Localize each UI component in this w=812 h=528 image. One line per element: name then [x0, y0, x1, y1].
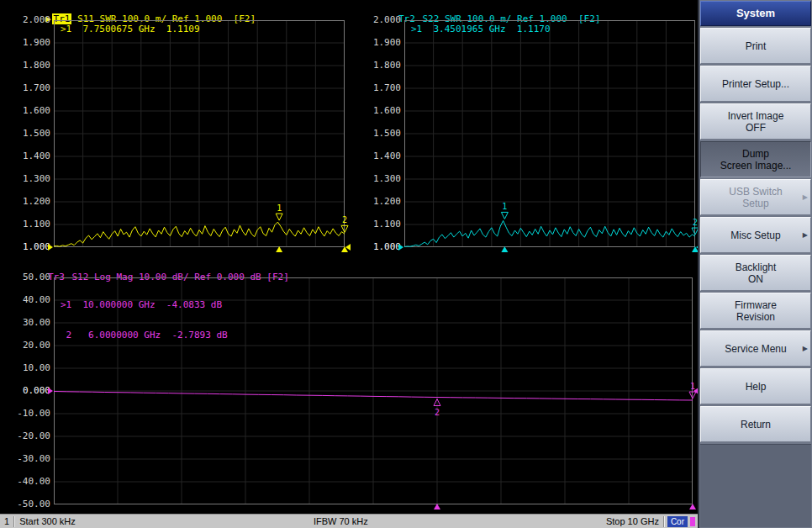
- y-axis-label: 1.000: [23, 241, 50, 253]
- vna-application: ▶Tr1 S11 SWR 100.0 m/ Ref 1.000 [F2] 2.0…: [0, 0, 812, 528]
- instrument-screen: ▶Tr1 S11 SWR 100.0 m/ Ref 1.000 [F2] 2.0…: [0, 0, 698, 528]
- trace2-plot-svg: 12: [404, 20, 695, 247]
- y-axis-label: 40.00: [23, 294, 50, 306]
- menu-panel: SystemPrintPrinter Setup...Invert ImageO…: [698, 0, 812, 528]
- menu-button-label: System: [736, 8, 775, 19]
- menu-backlight-on[interactable]: BacklightON: [700, 255, 811, 291]
- menu-invert-image-off[interactable]: Invert ImageOFF: [700, 103, 811, 140]
- marker-1-label: 1: [277, 203, 282, 213]
- y-axis-label: -20.00: [17, 430, 50, 442]
- sweep-indicator: [690, 517, 695, 526]
- y-axis-label: 20.00: [23, 340, 50, 351]
- menu-button-label: Help: [746, 381, 767, 393]
- menu-service-menu[interactable]: Service Menu▶: [700, 330, 811, 367]
- menu-button-label: USB Switch: [729, 186, 782, 198]
- marker-axis-tick: [434, 504, 440, 510]
- trace2-marker-readout: >1 3.4501965 GHz 1.1170: [411, 24, 551, 34]
- y-axis-label: -10.00: [17, 408, 50, 420]
- menu-print[interactable]: Print: [700, 28, 811, 64]
- y-axis-label: 1.900: [373, 37, 401, 49]
- menu-return[interactable]: Return: [700, 406, 811, 442]
- trace3-marker1-readout: >1 10.000000 GHz -4.0833 dB: [61, 300, 228, 310]
- menu-button-label: ON: [748, 273, 763, 285]
- y-axis-label: 1.400: [23, 150, 50, 162]
- menu-empty-area: [700, 444, 811, 527]
- y-axis-label: 1.700: [373, 82, 401, 94]
- y-axis-label: 0.000: [23, 385, 50, 397]
- y-axis-label: 1.800: [23, 60, 50, 71]
- trace3-marker2-readout: 2 6.0000000 GHz -2.7893 dB: [61, 330, 228, 341]
- menu-button-label: Screen Image...: [720, 160, 792, 172]
- menu-help[interactable]: Help: [700, 368, 811, 404]
- menu-firmware-revision[interactable]: FirmwareRevision: [700, 293, 811, 329]
- marker-1-label: 1: [502, 202, 507, 211]
- status-bar: 1 Start 300 kHz IFBW 70 kHz Stop 10 GHz …: [0, 514, 698, 528]
- y-axis-label: 30.00: [23, 317, 50, 329]
- menu-button-label: Invert Image: [728, 110, 784, 122]
- marker-1-label: 1: [690, 382, 695, 391]
- y-axis-label: 1.700: [23, 82, 50, 94]
- y-axis-label: 2.000: [373, 14, 401, 26]
- ref-level-arrow-left: [398, 244, 403, 251]
- y-axis-label: 1.200: [23, 196, 50, 208]
- submenu-arrow-icon: ▶: [803, 192, 808, 203]
- y-axis-label: 1.800: [373, 60, 401, 71]
- ref-level-arrow-left: [48, 388, 53, 394]
- menu-button-label: Print: [746, 40, 767, 52]
- menu-button-label: Misc Setup: [730, 230, 780, 241]
- marker-2-label: 2: [342, 215, 347, 224]
- y-axis-label: 1.400: [373, 150, 401, 162]
- menu-button-label: OFF: [746, 122, 766, 134]
- status-divider: [663, 516, 665, 527]
- menu-button-label: Service Menu: [725, 343, 786, 355]
- trace2-y-axis: 2.0001.9001.8001.7001.6001.5001.4001.300…: [357, 20, 401, 247]
- y-axis-label: -30.00: [17, 453, 50, 465]
- start-frequency[interactable]: Start 300 kHz: [15, 516, 80, 526]
- y-axis-label: 10.00: [23, 362, 50, 374]
- y-axis-label: 1.100: [23, 219, 50, 230]
- y-axis-label: 50.00: [23, 272, 50, 283]
- y-axis-label: 1.500: [373, 128, 401, 140]
- menu-misc-setup[interactable]: Misc Setup▶: [700, 217, 811, 253]
- menu-dump-screen-image[interactable]: DumpScreen Image...: [700, 141, 811, 177]
- trace3-y-axis: 50.0040.0030.0020.0010.000.000-10.00-20.…: [7, 277, 50, 504]
- menu-button-label: Revision: [736, 311, 775, 323]
- y-axis-label: 1.100: [373, 219, 401, 230]
- menu-usb-switch-setup: USB SwitchSetup▶: [700, 179, 811, 215]
- stop-frequency[interactable]: Stop 10 GHz: [602, 516, 663, 526]
- trace3-marker-readout: >1 10.000000 GHz -4.0833 dB 2 6.0000000 …: [61, 280, 228, 361]
- menu-button-label: Setup: [742, 198, 768, 209]
- marker-1-icon: [276, 214, 282, 220]
- menu-system: System: [700, 1, 811, 26]
- marker-axis-tick: [501, 246, 508, 252]
- trace1-y-axis: 2.0001.9001.8001.7001.6001.5001.4001.300…: [7, 20, 50, 247]
- y-axis-label: 2.000: [23, 14, 50, 26]
- channel-indicator: 1: [0, 516, 13, 526]
- ifbw-value[interactable]: IFBW 70 kHz: [309, 516, 372, 526]
- ref-level-arrow-left: [48, 244, 53, 251]
- menu-button-label: Printer Setup...: [722, 78, 789, 90]
- y-axis-label: -50.00: [17, 499, 50, 510]
- menu-button-label: Dump: [742, 148, 769, 160]
- trace1-plot-svg: 12: [54, 20, 345, 247]
- y-axis-label: 1.300: [373, 173, 401, 185]
- marker-axis-tick: [689, 504, 696, 510]
- y-axis-label: 1.500: [23, 128, 50, 140]
- menu-button-label: Return: [741, 419, 771, 430]
- y-axis-label: -40.00: [17, 476, 50, 488]
- correction-status-badge: Cor: [667, 516, 688, 527]
- marker-2-label: 2: [435, 408, 440, 417]
- submenu-arrow-icon: ▶: [803, 343, 808, 355]
- y-axis-label: 1.200: [373, 196, 401, 208]
- y-axis-label: 1.300: [23, 173, 50, 185]
- menu-button-label: Firmware: [735, 299, 777, 311]
- menu-button-label: Backlight: [736, 261, 777, 273]
- trace1-marker-readout: >1 7.7500675 GHz 1.1109: [61, 24, 200, 34]
- menu-printer-setup[interactable]: Printer Setup...: [700, 66, 811, 102]
- y-axis-label: 1.000: [373, 241, 401, 253]
- y-axis-label: 1.600: [373, 105, 401, 117]
- marker-axis-tick: [276, 246, 282, 252]
- y-axis-label: 1.900: [23, 37, 50, 49]
- marker-1-icon: [501, 212, 508, 219]
- submenu-arrow-icon: ▶: [803, 230, 808, 241]
